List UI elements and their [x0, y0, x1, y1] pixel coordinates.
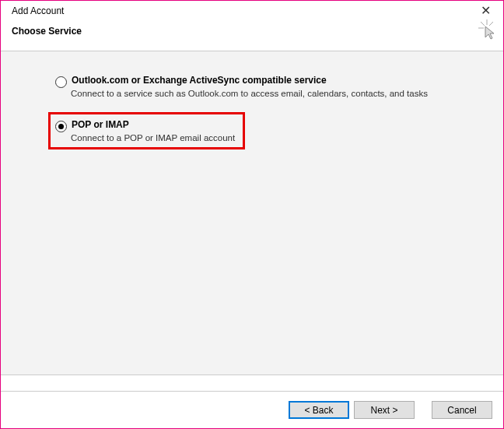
svg-line-2	[489, 22, 493, 26]
window-title: Add Account	[12, 5, 64, 16]
option-pop-imap[interactable]: POP or IMAP Connect to a POP or IMAP ema…	[55, 119, 235, 142]
radio-outlook[interactable]	[55, 76, 67, 88]
cursor-icon	[478, 19, 495, 42]
next-button[interactable]: Next >	[354, 401, 415, 419]
footer: < Back Next > Cancel	[1, 391, 503, 428]
option-outlook-title: Outlook.com or Exchange ActiveSync compa…	[72, 75, 327, 86]
option-pop-desc: Connect to a POP or IMAP email account	[71, 133, 235, 142]
titlebar: Add Account ✕	[1, 1, 503, 18]
page-title: Choose Service	[12, 26, 82, 37]
svg-line-1	[481, 22, 485, 26]
divider-bottom	[1, 374, 503, 375]
radio-pop-imap[interactable]	[55, 121, 67, 132]
close-icon[interactable]: ✕	[478, 5, 494, 16]
header: Choose Service	[1, 18, 503, 51]
content-area: Outlook.com or Exchange ActiveSync compa…	[1, 51, 503, 374]
option-pop-title: POP or IMAP	[72, 119, 129, 130]
back-button[interactable]: < Back	[289, 401, 349, 419]
cancel-button[interactable]: Cancel	[432, 401, 492, 419]
option-outlook[interactable]: Outlook.com or Exchange ActiveSync compa…	[55, 75, 488, 98]
option-outlook-desc: Connect to a service such as Outlook.com…	[71, 89, 428, 98]
highlight-box: POP or IMAP Connect to a POP or IMAP ema…	[48, 112, 245, 149]
